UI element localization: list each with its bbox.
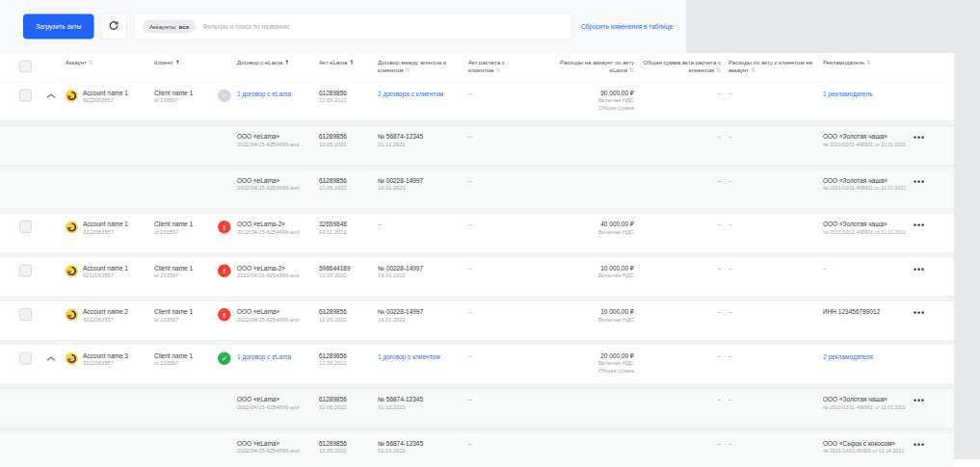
advertiser-cell-link[interactable]: 2 рекламодателя — [823, 353, 873, 361]
account-name: Account name 3 — [83, 352, 128, 360]
dash-value: – — [823, 265, 906, 272]
client-id: id 233597 — [154, 97, 210, 105]
agent-contract-cell-sub: 01.12.2021 — [378, 403, 461, 411]
sort-ascending-icon[interactable]: ↑ — [284, 60, 289, 66]
act-elama-cell-sub: 12.05.2022 — [319, 97, 370, 105]
column-header-account[interactable]: Аккаунт⇅ — [66, 54, 154, 72]
refresh-icon — [108, 20, 119, 34]
yandex-account-icon — [66, 352, 78, 367]
row-checkbox-cell — [19, 346, 46, 372]
row-checkbox[interactable] — [19, 90, 32, 102]
act-elama-cell-text: 61289856 — [319, 90, 370, 97]
upload-acts-button[interactable]: Загрузить акты — [23, 14, 93, 39]
row-checkbox-cell — [19, 389, 46, 401]
advertiser-cell-link[interactable]: 1 рекламодатель — [823, 91, 873, 98]
row-menu-button[interactable]: ••• — [914, 221, 925, 229]
table-row: Account name 29222063557Client name 1id … — [0, 301, 954, 340]
header-checkbox[interactable] — [19, 61, 32, 73]
dash-value: – — [642, 265, 721, 272]
account-cell — [66, 170, 154, 182]
column-header-advertiser[interactable]: Рекламодатель⇅ — [823, 54, 914, 72]
column-header-contract-elama[interactable]: Договор с eLama↑ — [237, 54, 319, 72]
account-cell — [66, 433, 154, 445]
sort-icon[interactable]: ⇅ — [866, 60, 871, 66]
row-menu-button[interactable]: ••• — [914, 133, 925, 142]
sort-icon[interactable]: ⇅ — [716, 66, 721, 73]
agent-contract-cell-link[interactable]: 2 договора с клиентом — [378, 91, 443, 98]
column-header-agent-contract[interactable]: Договор между агентом и клиентом⇅ — [378, 54, 468, 79]
act-elama-cell-text: 32659848 — [319, 221, 370, 228]
reset-table-link[interactable]: Сбросить изменения в таблице — [581, 23, 673, 31]
row-checkbox[interactable] — [19, 265, 32, 277]
total-client-act-cell: – — [642, 346, 728, 365]
dash-value: – — [468, 177, 538, 185]
account-id: 9222063557 — [83, 272, 128, 280]
sort-ascending-icon[interactable]: ↑ — [175, 60, 180, 66]
client-act-cell: – — [468, 433, 545, 453]
sort-icon[interactable]: ⇅ — [495, 66, 500, 73]
account-cell: Account name 19222063557 — [66, 214, 154, 241]
act-elama-cell: 6128985612.05.2022 — [319, 83, 378, 110]
account-text: Account name 29222063557 — [83, 308, 128, 324]
account-id: 9222063557 — [83, 97, 128, 105]
client-cell — [154, 433, 218, 445]
row-menu-button[interactable]: ••• — [914, 440, 925, 449]
contract-elama-cell-text: ООО «eLama-2» — [237, 265, 311, 272]
sort-icon[interactable]: ⇅ — [751, 66, 755, 73]
act-elama-cell-text: 61289856 — [319, 396, 370, 403]
advertiser-cell-sub: № 2021/02/11-499901 от 11.01.2021 — [823, 185, 906, 193]
act-elama-cell-text: 61289856 — [319, 133, 370, 141]
column-header-expenses-client[interactable]: Расходы по акту с клиентом на аккаунт⇅ — [728, 54, 823, 79]
column-header-act-elama[interactable]: Акт eLama↑ — [319, 54, 378, 72]
row-checkbox[interactable] — [19, 221, 32, 233]
row-menu-button[interactable]: ••• — [914, 396, 925, 404]
agent-contract-cell-link[interactable]: 1 договор с клиентом — [378, 353, 440, 361]
refresh-button[interactable] — [100, 13, 126, 39]
accounts-filter-chip[interactable]: Аккаунты: все — [143, 20, 196, 34]
row-menu-button[interactable]: ••• — [914, 177, 925, 186]
search-input[interactable]: Аккаунты: все Фильтры и поиск по названи… — [134, 13, 571, 39]
client-cell: Client name 1id 233597 — [154, 214, 218, 241]
sort-icon[interactable]: ⇅ — [89, 60, 93, 66]
account-name: Account name 1 — [83, 221, 128, 228]
column-header-expenses[interactable]: Расходы на аккаунт по акту eLama⇅ — [545, 54, 642, 79]
row-checkbox[interactable] — [19, 352, 32, 365]
sort-icon[interactable]: ⇅ — [405, 66, 410, 73]
client-id: id 233597 — [154, 360, 210, 368]
header-status-spacer — [218, 54, 237, 65]
contract-elama-cell-link[interactable]: 1 договор с eLama — [237, 353, 291, 361]
act-elama-cell-sub: 12.05.2022 — [319, 448, 370, 455]
column-header-client-act[interactable]: Акт расчета с клиентом⇅ — [468, 54, 545, 79]
status-cell: ✓ — [218, 346, 237, 371]
row-expand-cell — [46, 214, 66, 225]
row-menu-cell: ••• — [914, 258, 954, 279]
row-menu-button[interactable]: ••• — [914, 308, 925, 317]
dash-value: – — [378, 221, 461, 228]
row-checkbox-cell — [19, 258, 46, 284]
status-cell — [218, 433, 237, 445]
column-header-total-client-act[interactable]: Общая сумма акта расчета с клиентом⇅ — [642, 54, 728, 79]
account-name: Account name 1 — [83, 265, 128, 272]
act-elama-cell: 6128985612.05.2022 — [319, 346, 378, 373]
account-text: Account name 19222063557 — [83, 265, 128, 280]
row-checkbox[interactable] — [19, 308, 32, 321]
act-elama-cell-sub: 12.05.2022 — [319, 403, 370, 411]
account-info: Account name 19222063557 — [66, 90, 146, 105]
total-client-act-cell: – — [642, 170, 728, 190]
amount-note: Включая НДС — [545, 272, 634, 280]
account-cell: Account name 39222063557 — [66, 346, 154, 373]
amount-value: 90 000,00 ₽ — [545, 90, 634, 97]
status-cell — [218, 170, 237, 182]
sort-icon[interactable]: ⇅ — [629, 66, 634, 73]
sort-ascending-icon[interactable]: ↑ — [349, 60, 354, 66]
collapse-chevron-icon[interactable] — [46, 355, 56, 364]
collapse-chevron-icon[interactable] — [46, 92, 56, 101]
yandex-account-icon — [66, 265, 78, 279]
header-checkbox-cell — [19, 54, 46, 80]
row-menu-button[interactable]: ••• — [914, 265, 925, 273]
amount-value: 20 000,00 ₽ — [545, 352, 634, 360]
column-header-client[interactable]: Клиент↑ — [154, 54, 218, 72]
account-cell — [66, 126, 154, 138]
contract-elama-cell-link[interactable]: 1 договор с eLama — [237, 91, 291, 98]
expenses-client-cell: – — [728, 83, 823, 102]
